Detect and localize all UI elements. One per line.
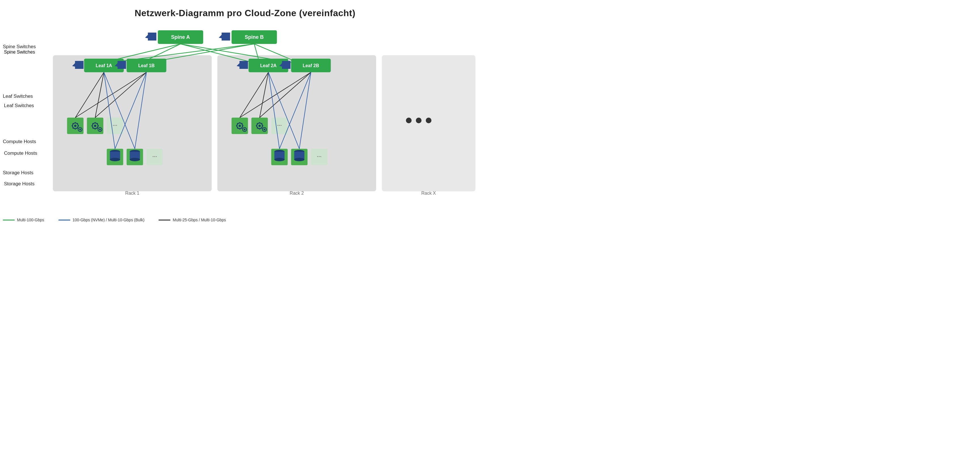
- svg-line-32: [242, 123, 242, 124]
- legend-green: Multi-100-Gbps: [3, 218, 44, 222]
- rackx-dot3: [426, 117, 431, 123]
- legend-black-line: [159, 220, 170, 220]
- legend-blue: 100-Gbps (NVMe) / Multi-10-Gbps (Bulk): [59, 218, 145, 222]
- rack1-compute2-gear: [92, 122, 99, 130]
- svg-line-30: [237, 123, 238, 124]
- svg-line-43: [262, 128, 262, 128]
- svg-line-21: [92, 128, 93, 128]
- label-leaf: Leaf Switches: [4, 103, 47, 109]
- legend-black-label: Multi-25-Gbps / Multi-10-Gbps: [173, 218, 226, 222]
- storage-label-text: Storage Hosts: [3, 170, 33, 176]
- svg-point-47: [264, 128, 266, 130]
- rack1-compute-ellipsis: ···: [113, 122, 118, 128]
- rack2-compute1-gear: [236, 122, 243, 130]
- rack1-label: Rack 1: [125, 191, 140, 195]
- svg-line-42: [257, 123, 258, 124]
- leaf2a-label: Leaf 2A: [260, 63, 277, 68]
- svg-line-19: [97, 128, 98, 128]
- rack2-compute-ellipsis: ···: [277, 122, 282, 128]
- label-spine: Spine Switches: [4, 49, 47, 55]
- label-storage: Storage Hosts: [4, 181, 47, 187]
- legend-green-line: [3, 220, 15, 220]
- legend-blue-label: 100-Gbps (NVMe) / Multi-10-Gbps (Bulk): [73, 218, 145, 222]
- spine-b-arrow: [219, 33, 230, 41]
- compute-label-text: Compute Hosts: [3, 139, 36, 144]
- svg-line-8: [77, 123, 78, 124]
- legend-green-label: Multi-100-Gbps: [17, 218, 44, 222]
- spine-b-label: Spine B: [245, 34, 264, 40]
- svg-line-18: [92, 123, 93, 124]
- svg-point-25: [239, 125, 241, 127]
- leaf2b-label: Leaf 2B: [303, 63, 319, 68]
- leaf-label-text: Leaf Switches: [3, 93, 33, 99]
- rack1-storage-ellipsis: ···: [152, 153, 157, 160]
- leaf1b-label: Leaf 1B: [138, 63, 155, 68]
- rack1-storage1-bottom: [110, 158, 120, 161]
- rack1-storage2-bottom: [130, 158, 140, 161]
- legend-black: Multi-25-Gbps / Multi-10-Gbps: [159, 218, 226, 222]
- svg-point-37: [259, 125, 261, 127]
- svg-line-9: [73, 128, 73, 128]
- svg-line-20: [97, 123, 98, 124]
- svg-point-35: [244, 128, 245, 130]
- leaf1a-label: Leaf 1A: [96, 63, 112, 68]
- svg-point-1: [74, 125, 76, 127]
- page: { "title": "Netzwerk-Diagramm pro Cloud-…: [0, 0, 490, 225]
- page-title: Netzwerk-Diagramm pro Cloud-Zone (verein…: [0, 0, 490, 18]
- rack1-compute1-gear: [72, 122, 79, 130]
- spine-a-arrow: [145, 33, 156, 41]
- svg-point-23: [99, 128, 101, 130]
- rack2-label: Rack 2: [290, 191, 304, 195]
- rack2-storage1-bottom: [275, 158, 285, 161]
- rackx-dot2: [416, 117, 422, 123]
- svg-line-31: [242, 128, 242, 128]
- spine-a-label: Spine A: [171, 34, 190, 40]
- spine-label-text: Spine Switches: [3, 44, 36, 49]
- svg-line-45: [257, 128, 258, 128]
- svg-line-44: [262, 123, 262, 124]
- svg-line-6: [73, 123, 73, 124]
- svg-point-11: [80, 128, 81, 130]
- diagram-svg: Rack 1 Rack 2 Rack X Spine A Spine B: [44, 21, 490, 217]
- svg-point-13: [94, 125, 96, 127]
- label-compute: Compute Hosts: [4, 151, 47, 156]
- rackx-label: Rack X: [422, 191, 436, 195]
- legend-blue-line: [59, 220, 70, 220]
- rackx-dot1: [406, 117, 412, 123]
- svg-line-33: [237, 128, 238, 128]
- rack2-storage-ellipsis: ···: [317, 153, 321, 160]
- svg-line-7: [77, 128, 78, 128]
- rack2-storage2-bottom: [294, 158, 305, 161]
- rack2-compute2-gear: [256, 122, 263, 130]
